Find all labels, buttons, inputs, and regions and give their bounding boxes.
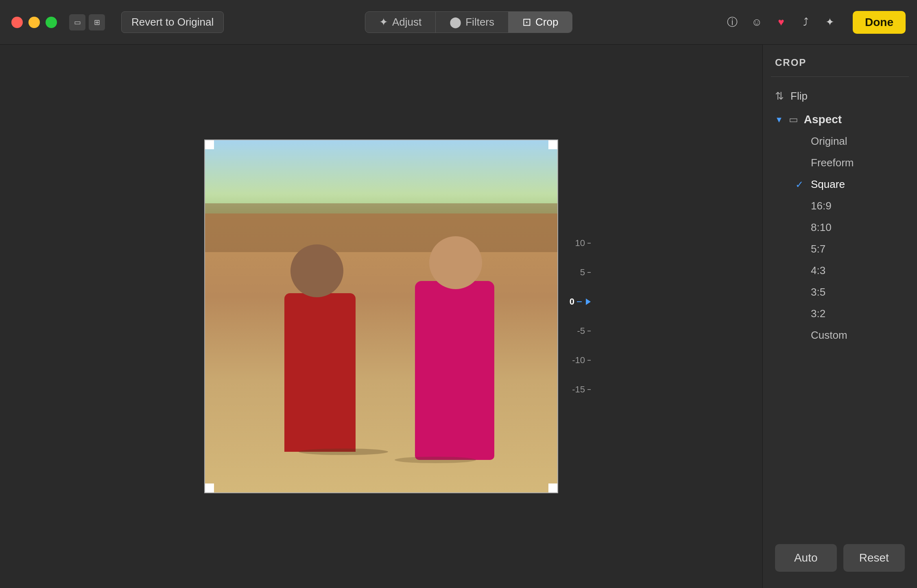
aspect-option-freeform[interactable]: Freeform [791,152,913,173]
aspect-option-5-7-label: 5:7 [811,243,825,255]
aspect-option-3-5-label: 3:5 [811,286,825,298]
crop-button[interactable]: ⊡ Crop [509,12,572,33]
done-button[interactable]: Done [853,11,906,34]
aspect-option-freeform-label: Freeform [811,157,854,169]
photo-area: 10 5 0 -5 [0,45,762,588]
crop-icon: ⊡ [522,16,531,28]
favorite-button[interactable]: ♥ [771,12,792,33]
flip-label: Flip [790,90,808,102]
aspect-option-3-5[interactable]: 3:5 [791,282,913,303]
aspect-option-custom-label: Custom [811,329,847,342]
aspect-section: ▼ ▭ Aspect Original Freeform ✓ Square [763,109,917,346]
crop-handle-top-left[interactable] [204,139,214,149]
flip-icon: ⇅ [775,90,784,102]
main-content: 10 5 0 -5 [0,45,917,588]
photo-container: 10 5 0 -5 [204,139,558,493]
aspect-option-square[interactable]: ✓ Square [791,174,913,195]
auto-button[interactable]: Auto [775,544,837,572]
aspect-header[interactable]: ▼ ▭ Aspect [763,109,917,130]
panel-bottom-buttons: Auto Reset [763,536,917,580]
traffic-lights [11,17,57,28]
ruler-pointer [586,298,591,305]
maximize-button[interactable] [46,17,57,28]
info-button[interactable]: ⓘ [722,12,743,33]
photo-frame[interactable] [204,139,558,493]
aspect-option-8-10[interactable]: 8:10 [791,217,913,238]
filters-button[interactable]: ⬤ Filters [436,12,509,33]
aspect-option-3-2-label: 3:2 [811,307,825,320]
checkmark-square: ✓ [795,179,805,190]
aspect-option-3-2[interactable]: 3:2 [791,303,913,324]
emoji-button[interactable]: ☺ [746,12,767,33]
single-view-button[interactable]: ▭ [69,14,85,30]
crop-handle-bottom-right[interactable] [548,483,558,493]
ruler-tick-zero: 0 [570,293,591,310]
ruler-tick-neg10: -10 [572,352,591,369]
aspect-option-5-7[interactable]: 5:7 [791,239,913,259]
adjust-button[interactable]: ✦ Adjust [365,12,436,33]
ruler-tick-5: 5 [580,264,591,281]
crop-handle-top-right[interactable] [548,139,558,149]
aspect-option-custom[interactable]: Custom [791,325,913,346]
aspect-options: Original Freeform ✓ Square 16:9 8:10 [763,131,917,346]
split-view-button[interactable]: ⊞ [89,14,105,30]
ruler-tick-neg15: -15 [572,381,591,398]
aspect-icon: ▭ [789,114,798,125]
adjust-icon: ✦ [379,16,388,28]
toolbar-group: ✦ Adjust ⬤ Filters ⊡ Crop [365,11,572,33]
filters-icon: ⬤ [450,16,461,28]
ruler-tick-10: 10 [575,235,591,252]
panel-divider [771,76,909,77]
titlebar: ▭ ⊞ Revert to Original ✦ Adjust ⬤ Filter… [0,0,917,45]
rotation-ruler[interactable]: 10 5 0 -5 [570,235,591,398]
photo-background [205,140,557,492]
right-toolbar-icons: ⓘ ☺ ♥ ⤴ ✦ [722,12,841,33]
aspect-option-8-10-label: 8:10 [811,221,832,234]
minimize-button[interactable] [28,17,40,28]
aspect-option-16-9[interactable]: 16:9 [791,196,913,216]
aspect-label: Aspect [804,113,842,126]
aspect-option-original-label: Original [811,135,847,148]
crop-handle-bottom-left[interactable] [204,483,214,493]
revert-to-original-button[interactable]: Revert to Original [121,11,224,33]
aspect-option-original[interactable]: Original [791,131,913,152]
flip-button[interactable]: ⇅ Flip [763,85,917,107]
aspect-option-4-3[interactable]: 4:3 [791,260,913,281]
share-button[interactable]: ⤴ [795,12,816,33]
reset-button[interactable]: Reset [843,544,905,572]
aspect-option-4-3-label: 4:3 [811,264,825,277]
window-mode-buttons: ▭ ⊞ [69,14,105,30]
aspect-option-16-9-label: 16:9 [811,200,832,212]
panel-title: CROP [763,53,917,76]
right-panel: CROP ⇅ Flip ▼ ▭ Aspect Original Freeform [762,45,917,588]
close-button[interactable] [11,17,23,28]
aspect-option-square-label: Square [811,178,845,191]
aspect-chevron-icon: ▼ [775,115,783,124]
magic-wand-button[interactable]: ✦ [819,12,841,33]
ruler-tick-neg5: -5 [577,322,591,340]
